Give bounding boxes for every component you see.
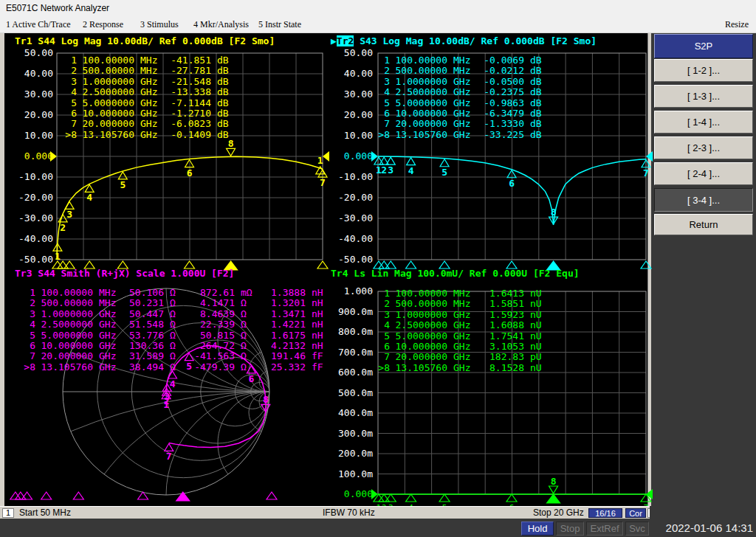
sweep-stop-readout: Stop 20 GHz [533,508,584,518]
svg-text:4: 4 [170,378,176,389]
ifbw-readout: IFBW 70 kHz [323,508,375,518]
marker-8[interactable]: 8 [227,138,236,156]
stimulus-marker [439,261,450,268]
svg-text:2: 2 [381,164,387,176]
svg-text:6: 6 [187,167,193,179]
stimulus-marker [374,261,384,268]
stimulus-marker [406,261,416,268]
svg-text:7: 7 [643,167,649,179]
stimulus-marker [73,492,83,499]
stimulus-marker [176,492,190,501]
svg-text:4: 4 [408,165,414,176]
svc-indicator: Svc [625,522,649,536]
marker-5[interactable]: 5 [185,353,193,372]
reference-level-arrow [323,151,329,162]
marker-3[interactable]: 3 [65,201,74,220]
reference-level-arrow [646,489,653,499]
reference-level-arrow [371,489,378,499]
stimulus-marker [84,261,94,268]
svg-text:3: 3 [66,209,72,220]
tr2-plot [378,53,646,260]
svg-text:8: 8 [551,476,557,487]
stimulus-marker [506,261,517,268]
svg-text:8: 8 [263,394,269,405]
stimulus-marker [506,494,517,502]
sweep-count-badge: 16/16 [588,508,622,518]
stimulus-marker [406,494,416,502]
reference-level-arrow [646,151,653,162]
svg-text:6: 6 [509,178,515,189]
stimulus-marker [267,492,277,499]
stimulus-marker [547,494,560,503]
svg-text:7: 7 [320,177,326,188]
extref-indicator: ExtRef [586,522,623,536]
channel-status-bar: 1 Start 50 MHz IFBW 70 kHz Stop 20 GHz 1… [0,506,650,519]
svg-text:1: 1 [317,155,323,166]
tr4-plot: 1234567 [377,291,649,513]
svg-text:3: 3 [164,391,170,402]
marker-7[interactable]: 7 [165,443,173,462]
marker-8[interactable]: 8 [549,476,558,493]
stimulus-marker [641,261,651,268]
sweep-start-readout: Start 50 MHz [19,508,71,518]
svg-text:4: 4 [86,192,92,203]
svg-text:8: 8 [228,138,234,149]
chart-graphics: 123456781123456781234567812345678 [0,0,756,537]
stimulus-marker [547,261,560,270]
svg-text:1: 1 [55,251,61,262]
clock-readout: 2022-01-06 14:31 [653,522,753,534]
correction-badge: Cor [625,508,646,518]
marker-1[interactable]: 1 [316,155,325,174]
marker-5[interactable]: 5 [440,159,449,178]
svg-text:2: 2 [60,222,66,233]
stop-indicator: Stop [556,522,584,536]
stimulus-marker [117,261,128,268]
marker-3[interactable]: 3 [386,157,395,176]
svg-text:5: 5 [441,167,447,178]
stimulus-marker [52,261,63,268]
system-status-bar: Hold Stop ExtRef Svc 2022-01-06 14:31 [0,519,756,537]
svg-text:8: 8 [551,207,557,218]
stimulus-marker [317,261,328,268]
hold-indicator: Hold [521,522,554,536]
marker-5[interactable]: 5 [118,172,127,190]
stimulus-marker [41,492,52,499]
statusbar-corner [650,506,756,519]
marker-4[interactable]: 4 [85,184,94,203]
stimulus-marker [224,261,238,270]
stimulus-marker [439,494,450,502]
stimulus-marker [185,261,195,268]
svg-text:5: 5 [186,361,192,372]
stimulus-marker [10,492,21,499]
svg-text:5: 5 [120,179,126,190]
svg-text:7: 7 [166,451,172,462]
tr1-plot [57,53,323,260]
reference-level-arrow [50,151,57,162]
marker-4[interactable]: 4 [407,158,416,176]
svg-text:3: 3 [388,164,394,176]
svg-text:6: 6 [248,373,254,384]
channel-number-box: 1 [2,508,14,518]
